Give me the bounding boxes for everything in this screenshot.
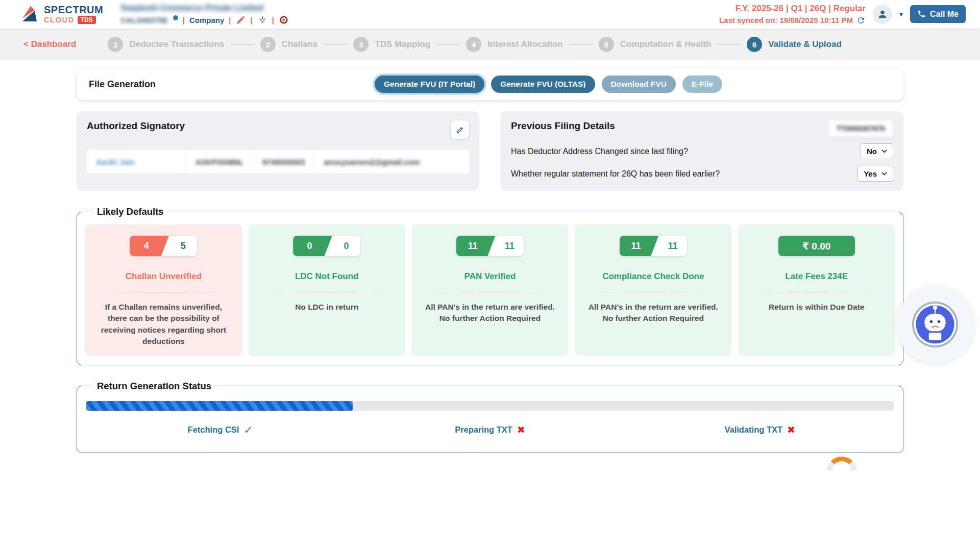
step-computation-health[interactable]: 5 Computation & Health bbox=[599, 37, 712, 52]
chevron-down-icon[interactable]: ▾ bbox=[899, 10, 903, 18]
progress-bar-fill bbox=[86, 401, 353, 411]
step-tds-mapping[interactable]: 3 TDS Mapping bbox=[353, 37, 430, 52]
step-connector bbox=[717, 44, 741, 45]
chatbot-widget-button[interactable] bbox=[896, 286, 974, 363]
signatory-name[interactable]: Aariki Jain bbox=[87, 150, 186, 173]
signatory-pan: AXKPS5486L bbox=[186, 150, 253, 173]
address-changed-question: Has Deductor Address Changed since last … bbox=[511, 147, 688, 156]
download-fvu-button[interactable]: Download FVU bbox=[602, 76, 676, 93]
step-label: TDS Mapping bbox=[375, 39, 430, 49]
cross-icon: ✖ bbox=[787, 424, 795, 436]
phone-icon bbox=[917, 10, 926, 18]
card-description: No LDC in return bbox=[290, 302, 363, 313]
file-generation-title: File Generation bbox=[89, 79, 375, 90]
late-fees-amount-badge: ₹ 0.00 bbox=[778, 236, 855, 256]
step-validate-upload[interactable]: 6 Validate & Upload bbox=[747, 37, 842, 52]
authorized-signatory-card: Authorized Signatory Aariki Jain AXKPS54… bbox=[77, 111, 479, 191]
back-to-dashboard-link[interactable]: < Dashboard bbox=[23, 39, 76, 49]
step-challans[interactable]: 2 Challans bbox=[260, 37, 318, 52]
step-label: Interest Allocation bbox=[487, 39, 563, 49]
company-link[interactable]: Company bbox=[189, 16, 224, 24]
file-generation-card: File Generation Generate FVU (IT Portal)… bbox=[77, 68, 903, 100]
user-avatar[interactable] bbox=[873, 5, 892, 24]
step-interest-allocation[interactable]: 4 Interest Allocation bbox=[466, 37, 563, 52]
likely-defaults-panel: Likely Defaults 4 5 Challan Unverified I… bbox=[77, 206, 903, 365]
refresh-icon[interactable] bbox=[856, 16, 866, 25]
income-tax-emblem-icon[interactable] bbox=[279, 15, 289, 25]
generate-fvu-it-portal-button[interactable]: Generate FVU (IT Portal) bbox=[375, 76, 484, 93]
fy-quarter-form-text: F.Y. 2025-26 | Q1 | 26Q | Regular bbox=[719, 3, 866, 15]
edit-pencil-icon[interactable] bbox=[236, 15, 246, 25]
card-description: Return is within Due Date bbox=[764, 302, 870, 313]
edit-pencil-icon bbox=[456, 126, 464, 134]
divider bbox=[594, 292, 713, 292]
company-name: Swadeshi Commerce Private Limited bbox=[120, 4, 289, 13]
person-icon bbox=[877, 9, 888, 20]
count-right: 11 bbox=[496, 236, 524, 256]
step-connector bbox=[569, 44, 593, 45]
compliance-check-card: 11 11 Compliance Check Done All PAN's in… bbox=[575, 224, 731, 356]
stepper-nav: < Dashboard 1 Deductee Transactions 2 Ch… bbox=[0, 29, 980, 60]
signatory-email: anusysarees2@gmail.com bbox=[314, 150, 469, 173]
regular-statement-select[interactable]: Yes bbox=[857, 166, 893, 182]
stage-fetching-csi: Fetching CSI ✓ bbox=[85, 424, 355, 436]
call-me-button[interactable]: Call Me bbox=[910, 5, 966, 23]
previous-receipt-number: TT0000307670 bbox=[828, 120, 893, 137]
generate-fvu-oltas-button[interactable]: Generate FVU (OLTAS) bbox=[491, 76, 595, 93]
spinner-ring-icon bbox=[826, 457, 857, 470]
tan-number: CALS09375E bbox=[120, 16, 168, 24]
late-fees-card: ₹ 0.00 Late Fees 234E Return is within D… bbox=[738, 224, 895, 356]
defaults-count-badge: 0 0 bbox=[293, 236, 360, 256]
separator: | bbox=[251, 16, 253, 24]
main-content: File Generation Generate FVU (IT Portal)… bbox=[0, 68, 980, 453]
step-connector bbox=[324, 44, 347, 45]
divider bbox=[430, 292, 550, 292]
regular-statement-question: Whether regular statement for 26Q has be… bbox=[511, 169, 720, 179]
loading-spinner bbox=[826, 457, 858, 470]
card-title: Challan Unverified bbox=[126, 271, 202, 282]
step-number: 2 bbox=[260, 37, 276, 52]
edit-signatory-button[interactable] bbox=[451, 120, 469, 139]
count-left: 11 bbox=[620, 236, 659, 256]
count-left: 0 bbox=[293, 236, 332, 256]
challan-unverified-card: 4 5 Challan Unverified If a Challan rema… bbox=[85, 224, 242, 356]
regular-statement-value: Yes bbox=[864, 169, 877, 178]
card-title: PAN Verified bbox=[464, 271, 516, 282]
divider bbox=[104, 292, 223, 292]
authorized-signatory-title: Authorized Signatory bbox=[87, 120, 185, 132]
brand-logo: SPECTRUM CLOUD TDS bbox=[19, 4, 103, 24]
return-status-legend: Return Generation Status bbox=[92, 381, 216, 392]
chevron-down-icon bbox=[881, 172, 887, 176]
progress-bar-track bbox=[86, 401, 894, 411]
card-description: All PAN's in the return are verified. No… bbox=[582, 302, 724, 324]
step-label: Computation & Health bbox=[620, 39, 712, 49]
step-label: Validate & Upload bbox=[768, 39, 842, 49]
step-label: Challans bbox=[282, 39, 318, 49]
stage-preparing-txt: Preparing TXT ✖ bbox=[355, 424, 625, 436]
step-number: 6 bbox=[747, 37, 762, 52]
e-file-button[interactable]: E-File bbox=[682, 76, 722, 93]
spectrum-logo-icon bbox=[19, 4, 40, 24]
brand-badge: TDS bbox=[78, 16, 96, 24]
card-description: If a Challan remains unverified, there c… bbox=[92, 302, 235, 347]
step-number: 4 bbox=[466, 37, 481, 52]
address-changed-select[interactable]: No bbox=[861, 143, 893, 159]
last-synced-text: Last synced on: 19/08/2025 10:11 PM bbox=[719, 15, 853, 26]
stage-label: Preparing TXT bbox=[455, 425, 512, 435]
step-deductee-transactions[interactable]: 1 Deductee Transactions bbox=[108, 37, 224, 52]
brand-line2: CLOUD bbox=[44, 16, 75, 24]
separator: | bbox=[183, 16, 185, 24]
count-right: 5 bbox=[169, 236, 197, 256]
traces-flower-icon[interactable] bbox=[257, 15, 267, 25]
divider bbox=[756, 292, 876, 292]
company-block: Swadeshi Commerce Private Limited CALS09… bbox=[120, 4, 289, 25]
chevron-down-icon bbox=[881, 149, 887, 153]
step-number: 1 bbox=[108, 37, 123, 52]
count-right: 11 bbox=[658, 236, 687, 256]
defaults-count-badge: 4 5 bbox=[130, 236, 197, 256]
previous-filing-card: Previous Filing Details TT0000307670 Has… bbox=[501, 111, 903, 191]
address-changed-value: No bbox=[867, 147, 877, 156]
pan-verified-card: 11 11 PAN Verified All PAN's in the retu… bbox=[412, 224, 569, 356]
step-connector bbox=[436, 44, 460, 45]
ldc-not-found-card: 0 0 LDC Not Found No LDC in return bbox=[249, 224, 405, 356]
